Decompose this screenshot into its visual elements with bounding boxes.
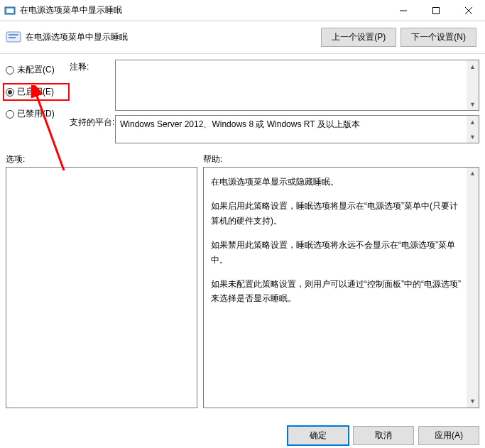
scroll-down-icon: ▼ — [467, 98, 479, 110]
radio-group: 未配置(C) 已启用(E) 已禁用(D) — [6, 60, 70, 148]
scrollbar-vertical[interactable]: ▲ ▼ — [467, 60, 479, 110]
svg-rect-3 — [433, 8, 440, 14]
comment-textarea[interactable]: ▲ ▼ — [115, 60, 479, 111]
policy-title: 在电源选项菜单中显示睡眠 — [26, 31, 321, 43]
svg-rect-8 — [9, 37, 16, 38]
help-paragraph: 如果未配置此策略设置，则用户可以通过“控制面板”中的“电源选项”来选择是否显示睡… — [211, 277, 463, 306]
window-controls — [387, 0, 485, 21]
minimize-button[interactable] — [387, 0, 420, 21]
help-label: 帮助: — [203, 153, 222, 165]
radio-label: 未配置(C) — [17, 64, 55, 76]
platform-box: Windows Server 2012、Windows 8 或 Windows … — [115, 115, 479, 143]
radio-not-configured[interactable]: 未配置(C) — [6, 64, 70, 76]
app-icon — [4, 5, 16, 16]
svg-rect-7 — [9, 34, 18, 35]
ok-button[interactable]: 确定 — [288, 426, 349, 445]
radio-icon — [6, 66, 14, 75]
scroll-up-icon: ▲ — [467, 116, 479, 128]
platform-label: 支持的平台: — [70, 115, 115, 143]
sub-header: 在电源选项菜单中显示睡眠 上一个设置(P) 下一个设置(N) — [0, 21, 485, 54]
scrollbar-vertical[interactable]: ▲ ▼ — [467, 168, 479, 408]
scroll-up-icon: ▲ — [467, 168, 479, 180]
close-button[interactable] — [452, 0, 485, 21]
scroll-down-icon: ▼ — [467, 395, 479, 408]
title-bar: 在电源选项菜单中显示睡眠 — [0, 0, 485, 21]
options-panel — [6, 167, 197, 408]
platform-text: Windows Server 2012、Windows 8 或 Windows … — [120, 119, 360, 129]
scroll-down-icon: ▼ — [467, 131, 479, 143]
svg-rect-1 — [6, 9, 13, 13]
help-panel: 在电源选项菜单显示或隐藏睡眠。 如果启用此策略设置，睡眠选项将显示在“电源选项”… — [203, 167, 479, 408]
help-paragraph: 在电源选项菜单显示或隐藏睡眠。 — [211, 175, 463, 189]
next-setting-button[interactable]: 下一个设置(N) — [400, 28, 476, 47]
prev-setting-button[interactable]: 上一个设置(P) — [321, 28, 396, 47]
policy-icon — [6, 30, 21, 45]
help-paragraph: 如果禁用此策略设置，睡眠选项将永远不会显示在“电源选项”菜单中。 — [211, 238, 463, 267]
comment-label: 注释: — [70, 60, 115, 111]
radio-label: 已禁用(D) — [17, 108, 55, 120]
maximize-button[interactable] — [420, 0, 452, 21]
scrollbar-vertical[interactable]: ▲ ▼ — [467, 116, 479, 143]
window-title: 在电源选项菜单中显示睡眠 — [20, 4, 387, 16]
radio-label: 已启用(E) — [17, 86, 54, 98]
dialog-button-bar: 确定 取消 应用(A) — [288, 426, 479, 445]
apply-button[interactable]: 应用(A) — [418, 426, 479, 445]
radio-disabled[interactable]: 已禁用(D) — [6, 108, 70, 120]
radio-icon — [6, 110, 14, 119]
radio-icon — [6, 88, 14, 97]
radio-enabled[interactable]: 已启用(E) — [3, 83, 70, 101]
cancel-button[interactable]: 取消 — [353, 426, 414, 445]
options-label: 选项: — [6, 153, 203, 165]
scroll-up-icon: ▲ — [467, 60, 479, 72]
help-paragraph: 如果启用此策略设置，睡眠选项将显示在“电源选项”菜单中(只要计算机的硬件支持)。 — [211, 199, 463, 228]
